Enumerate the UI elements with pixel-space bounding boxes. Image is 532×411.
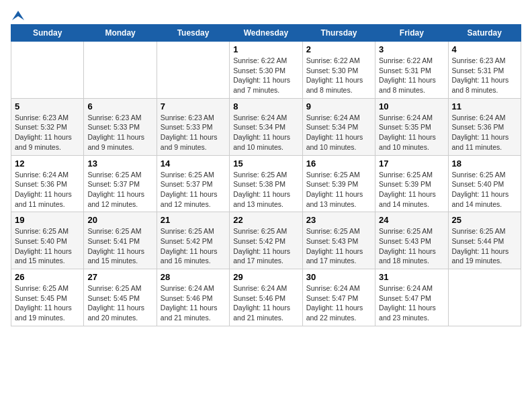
day-info: Sunrise: 6:23 AM Sunset: 5:33 PM Dayligh… [87, 113, 152, 152]
day-cell: 1Sunrise: 6:22 AM Sunset: 5:30 PM Daylig… [230, 42, 302, 99]
day-number: 6 [87, 101, 152, 111]
day-cell [84, 42, 157, 99]
day-info: Sunrise: 6:25 AM Sunset: 5:45 PM Dayligh… [15, 283, 80, 323]
day-info: Sunrise: 6:24 AM Sunset: 5:46 PM Dayligh… [233, 283, 298, 323]
day-number: 21 [161, 215, 226, 225]
day-number: 4 [452, 44, 517, 54]
day-info: Sunrise: 6:22 AM Sunset: 5:30 PM Dayligh… [306, 56, 371, 95]
day-info: Sunrise: 6:23 AM Sunset: 5:32 PM Dayligh… [15, 113, 80, 152]
day-number: 12 [15, 158, 80, 169]
day-cell: 30Sunrise: 6:24 AM Sunset: 5:47 PM Dayli… [302, 269, 375, 326]
day-info: Sunrise: 6:25 AM Sunset: 5:42 PM Dayligh… [161, 226, 226, 266]
day-info: Sunrise: 6:25 AM Sunset: 5:43 PM Dayligh… [379, 226, 444, 266]
day-number: 17 [379, 158, 444, 169]
day-cell [157, 42, 229, 99]
day-number: 25 [452, 215, 517, 225]
day-cell: 4Sunrise: 6:23 AM Sunset: 5:31 PM Daylig… [448, 42, 521, 99]
day-info: Sunrise: 6:24 AM Sunset: 5:34 PM Dayligh… [233, 113, 298, 152]
day-cell: 12Sunrise: 6:24 AM Sunset: 5:36 PM Dayli… [11, 155, 84, 212]
day-info: Sunrise: 6:25 AM Sunset: 5:40 PM Dayligh… [15, 226, 80, 266]
day-number: 1 [233, 44, 298, 54]
day-number: 24 [379, 215, 444, 225]
day-number: 2 [306, 44, 371, 54]
day-number: 7 [161, 101, 226, 111]
day-number: 19 [15, 215, 80, 225]
week-row-2: 5Sunrise: 6:23 AM Sunset: 5:32 PM Daylig… [11, 98, 521, 155]
day-number: 22 [233, 215, 298, 225]
day-number: 27 [87, 272, 152, 282]
weekday-header-sunday: Sunday [11, 25, 84, 42]
weekday-header-saturday: Saturday [448, 25, 521, 42]
day-cell [11, 42, 84, 99]
weekday-header-friday: Friday [375, 25, 448, 42]
day-number: 18 [452, 158, 517, 169]
day-cell: 8Sunrise: 6:24 AM Sunset: 5:34 PM Daylig… [230, 98, 302, 155]
day-cell [448, 269, 521, 326]
day-number: 31 [379, 272, 444, 282]
week-row-4: 19Sunrise: 6:25 AM Sunset: 5:40 PM Dayli… [11, 212, 521, 269]
day-info: Sunrise: 6:25 AM Sunset: 5:45 PM Dayligh… [87, 283, 152, 323]
page-header [11, 11, 521, 20]
day-number: 20 [87, 215, 152, 225]
day-info: Sunrise: 6:25 AM Sunset: 5:42 PM Dayligh… [233, 226, 298, 266]
day-info: Sunrise: 6:25 AM Sunset: 5:38 PM Dayligh… [233, 170, 298, 210]
day-cell: 22Sunrise: 6:25 AM Sunset: 5:42 PM Dayli… [230, 212, 302, 269]
day-info: Sunrise: 6:25 AM Sunset: 5:43 PM Dayligh… [306, 226, 371, 266]
day-number: 16 [306, 158, 371, 169]
weekday-header-wednesday: Wednesday [230, 25, 302, 42]
day-cell: 23Sunrise: 6:25 AM Sunset: 5:43 PM Dayli… [302, 212, 375, 269]
day-cell: 21Sunrise: 6:25 AM Sunset: 5:42 PM Dayli… [157, 212, 229, 269]
day-number: 30 [306, 272, 371, 282]
day-cell: 26Sunrise: 6:25 AM Sunset: 5:45 PM Dayli… [11, 269, 84, 326]
svg-marker-0 [12, 11, 24, 20]
day-cell: 2Sunrise: 6:22 AM Sunset: 5:30 PM Daylig… [302, 42, 375, 99]
week-row-5: 26Sunrise: 6:25 AM Sunset: 5:45 PM Dayli… [11, 269, 521, 326]
day-cell: 19Sunrise: 6:25 AM Sunset: 5:40 PM Dayli… [11, 212, 84, 269]
day-cell: 14Sunrise: 6:25 AM Sunset: 5:37 PM Dayli… [157, 155, 229, 212]
day-number: 13 [87, 158, 152, 169]
day-number: 26 [15, 272, 80, 282]
day-info: Sunrise: 6:25 AM Sunset: 5:37 PM Dayligh… [87, 170, 152, 210]
day-number: 9 [306, 101, 371, 111]
day-info: Sunrise: 6:25 AM Sunset: 5:39 PM Dayligh… [379, 170, 444, 210]
weekday-header-row: SundayMondayTuesdayWednesdayThursdayFrid… [11, 25, 521, 42]
day-cell: 10Sunrise: 6:24 AM Sunset: 5:35 PM Dayli… [375, 98, 448, 155]
day-info: Sunrise: 6:24 AM Sunset: 5:36 PM Dayligh… [15, 170, 80, 210]
day-info: Sunrise: 6:25 AM Sunset: 5:39 PM Dayligh… [306, 170, 371, 210]
day-number: 14 [161, 158, 226, 169]
day-cell: 27Sunrise: 6:25 AM Sunset: 5:45 PM Dayli… [84, 269, 157, 326]
day-cell: 29Sunrise: 6:24 AM Sunset: 5:46 PM Dayli… [230, 269, 302, 326]
day-number: 3 [379, 44, 444, 54]
day-number: 29 [233, 272, 298, 282]
logo [11, 11, 24, 20]
day-cell: 15Sunrise: 6:25 AM Sunset: 5:38 PM Dayli… [230, 155, 302, 212]
logo-bird-icon [12, 11, 24, 20]
day-info: Sunrise: 6:24 AM Sunset: 5:47 PM Dayligh… [379, 283, 444, 323]
day-cell: 3Sunrise: 6:22 AM Sunset: 5:31 PM Daylig… [375, 42, 448, 99]
day-info: Sunrise: 6:23 AM Sunset: 5:33 PM Dayligh… [161, 113, 226, 152]
day-cell: 25Sunrise: 6:25 AM Sunset: 5:44 PM Dayli… [448, 212, 521, 269]
day-cell: 24Sunrise: 6:25 AM Sunset: 5:43 PM Dayli… [375, 212, 448, 269]
day-info: Sunrise: 6:22 AM Sunset: 5:30 PM Dayligh… [233, 56, 298, 95]
day-info: Sunrise: 6:25 AM Sunset: 5:44 PM Dayligh… [452, 226, 517, 266]
weekday-header-tuesday: Tuesday [157, 25, 229, 42]
day-cell: 11Sunrise: 6:24 AM Sunset: 5:36 PM Dayli… [448, 98, 521, 155]
day-info: Sunrise: 6:24 AM Sunset: 5:35 PM Dayligh… [379, 113, 444, 152]
day-cell: 13Sunrise: 6:25 AM Sunset: 5:37 PM Dayli… [84, 155, 157, 212]
day-info: Sunrise: 6:24 AM Sunset: 5:34 PM Dayligh… [306, 113, 371, 152]
day-cell: 17Sunrise: 6:25 AM Sunset: 5:39 PM Dayli… [375, 155, 448, 212]
day-cell: 18Sunrise: 6:25 AM Sunset: 5:40 PM Dayli… [448, 155, 521, 212]
day-cell: 28Sunrise: 6:24 AM Sunset: 5:46 PM Dayli… [157, 269, 229, 326]
calendar-table: SundayMondayTuesdayWednesdayThursdayFrid… [11, 24, 521, 326]
day-cell: 20Sunrise: 6:25 AM Sunset: 5:41 PM Dayli… [84, 212, 157, 269]
day-info: Sunrise: 6:25 AM Sunset: 5:37 PM Dayligh… [161, 170, 226, 210]
day-cell: 5Sunrise: 6:23 AM Sunset: 5:32 PM Daylig… [11, 98, 84, 155]
day-cell: 6Sunrise: 6:23 AM Sunset: 5:33 PM Daylig… [84, 98, 157, 155]
week-row-3: 12Sunrise: 6:24 AM Sunset: 5:36 PM Dayli… [11, 155, 521, 212]
day-info: Sunrise: 6:24 AM Sunset: 5:46 PM Dayligh… [161, 283, 226, 323]
week-row-1: 1Sunrise: 6:22 AM Sunset: 5:30 PM Daylig… [11, 42, 521, 99]
day-number: 15 [233, 158, 298, 169]
day-number: 28 [161, 272, 226, 282]
day-info: Sunrise: 6:25 AM Sunset: 5:40 PM Dayligh… [452, 170, 517, 210]
day-number: 23 [306, 215, 371, 225]
